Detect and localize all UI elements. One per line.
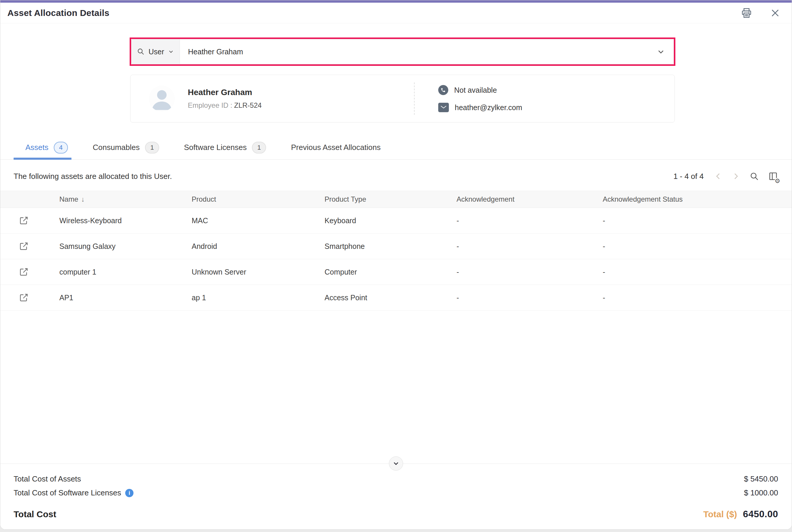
cell-name: Wireless-Keyboard — [59, 216, 192, 225]
tab-consumables-badge: 1 — [145, 142, 159, 153]
tab-consumables[interactable]: Consumables 1 — [80, 135, 172, 159]
cell-acknowledgement-status: - — [603, 242, 792, 251]
avatar — [149, 86, 175, 112]
open-asset-icon[interactable] — [19, 292, 29, 303]
cell-product-type: Smartphone — [324, 242, 456, 251]
contact-block: Not available heather@zylker.com — [415, 85, 675, 112]
table-search-icon[interactable] — [749, 171, 759, 181]
grand-total-currency-label: Total ($) — [703, 509, 737, 519]
highlight-annotation: User — [130, 38, 675, 66]
column-header-acknowledgement-status[interactable]: Acknowledgement Status — [603, 195, 792, 204]
phone-value: Not available — [454, 86, 497, 94]
cell-acknowledgement-status: - — [603, 293, 792, 302]
total-assets-label: Total Cost of Assets — [14, 474, 81, 483]
gear-icon: ⚙ — [775, 178, 780, 184]
window-accent-bar — [0, 0, 792, 3]
total-software-value: $ 1000.00 — [744, 488, 778, 497]
chevron-down-icon — [168, 49, 174, 55]
asset-allocation-modal: Asset Allocation Details — [0, 0, 792, 530]
tab-software-licenses-badge: 1 — [252, 142, 266, 153]
tab-consumables-label: Consumables — [93, 143, 140, 152]
next-page-icon[interactable] — [732, 172, 740, 181]
employee-id-label: Employee ID : — [188, 101, 232, 109]
assets-table: Name Product Product Type Acknowledgemen… — [0, 191, 792, 310]
tab-previous-asset-allocations[interactable]: Previous Asset Allocations — [279, 135, 393, 159]
tab-previous-asset-allocations-label: Previous Asset Allocations — [291, 143, 381, 152]
cell-product-type: Computer — [324, 268, 456, 276]
total-assets-row: Total Cost of Assets $ 5450.00 — [14, 474, 778, 483]
modal-header: Asset Allocation Details — [0, 3, 792, 23]
panel-description: The following assets are allocated to th… — [14, 172, 172, 181]
cell-product-type: Keyboard — [324, 216, 456, 225]
grand-total-label: Total Cost — [14, 509, 56, 519]
open-asset-icon[interactable] — [19, 215, 29, 226]
cell-acknowledgement-status: - — [603, 268, 792, 276]
cell-acknowledgement: - — [456, 216, 603, 225]
tab-assets-badge: 4 — [54, 142, 68, 153]
phone-icon — [438, 85, 448, 95]
total-software-label: Total Cost of Software Licenses — [14, 488, 121, 497]
user-name: Heather Graham — [188, 88, 262, 97]
table-header-row: Name Product Product Type Acknowledgemen… — [0, 191, 792, 208]
cell-acknowledgement: - — [456, 242, 603, 251]
user-search-field: User — [131, 39, 674, 64]
cell-name: AP1 — [59, 293, 192, 302]
table-row: AP1 ap 1 Access Point - - — [0, 285, 792, 310]
cell-product: ap 1 — [192, 293, 324, 302]
print-icon[interactable] — [740, 7, 753, 19]
cell-acknowledgement-status: - — [603, 216, 792, 225]
open-asset-icon[interactable] — [19, 241, 29, 251]
search-input[interactable] — [180, 39, 648, 64]
user-summary-card: Heather Graham Employee ID :ZLR-524 Not … — [130, 75, 675, 122]
page-title: Asset Allocation Details — [7, 8, 109, 18]
prev-page-icon[interactable] — [714, 172, 722, 181]
header-actions — [740, 7, 780, 19]
column-settings-icon[interactable]: ⚙ — [768, 171, 778, 181]
mail-icon — [438, 103, 449, 112]
cost-summary-footer: Total Cost of Assets $ 5450.00 Total Cos… — [0, 463, 792, 529]
cell-acknowledgement: - — [456, 268, 603, 276]
cell-acknowledgement: - — [456, 293, 603, 302]
close-icon[interactable] — [770, 8, 780, 18]
column-header-product[interactable]: Product — [192, 195, 324, 204]
grand-total-row: Total Cost Total ($) 6450.00 — [14, 509, 778, 519]
table-row: Samsung Galaxy Android Smartphone - - — [0, 233, 792, 259]
table-row: Wireless-Keyboard MAC Keyboard - - — [0, 208, 792, 233]
tab-bar: Assets 4 Consumables 1 Software Licenses… — [0, 135, 792, 160]
table-toolbar: 1 - 4 of 4 ⚙ — [673, 171, 778, 181]
user-identity: Heather Graham Employee ID :ZLR-524 — [188, 88, 262, 110]
tab-software-licenses[interactable]: Software Licenses 1 — [172, 135, 279, 159]
table-row: computer 1 Unknown Server Computer - - — [0, 259, 792, 285]
email-row: heather@zylker.com — [438, 103, 675, 112]
assets-panel-header: The following assets are allocated to th… — [14, 166, 778, 187]
grand-total-value: 6450.00 — [743, 509, 778, 519]
tab-software-licenses-label: Software Licenses — [184, 143, 247, 152]
search-category-label: User — [149, 48, 164, 56]
search-icon — [137, 48, 145, 56]
employee-id: Employee ID :ZLR-524 — [188, 101, 262, 110]
column-header-name[interactable]: Name — [59, 195, 192, 204]
cell-name: computer 1 — [59, 268, 192, 276]
open-asset-icon[interactable] — [19, 267, 29, 277]
field-chevron-down-icon[interactable] — [648, 39, 674, 64]
column-header-product-type[interactable]: Product Type — [324, 195, 456, 204]
collapse-footer-button[interactable] — [389, 456, 403, 471]
sort-desc-icon — [81, 195, 85, 203]
search-category-dropdown[interactable]: User — [131, 39, 180, 64]
column-header-acknowledgement[interactable]: Acknowledgement — [456, 195, 603, 204]
employee-id-value: ZLR-524 — [234, 101, 262, 109]
tab-assets[interactable]: Assets 4 — [14, 135, 80, 159]
cell-product: Android — [192, 242, 324, 251]
phone-row: Not available — [438, 85, 675, 95]
cell-name: Samsung Galaxy — [59, 242, 192, 251]
cell-product: Unknown Server — [192, 268, 324, 276]
tab-assets-label: Assets — [25, 143, 49, 152]
email-value: heather@zylker.com — [455, 103, 522, 112]
pagination-label: 1 - 4 of 4 — [673, 172, 704, 181]
info-icon[interactable] — [125, 489, 133, 497]
cell-product-type: Access Point — [324, 293, 456, 302]
total-software-row: Total Cost of Software Licenses $ 1000.0… — [14, 488, 778, 497]
cell-product: MAC — [192, 216, 324, 225]
total-assets-value: $ 5450.00 — [744, 474, 778, 483]
